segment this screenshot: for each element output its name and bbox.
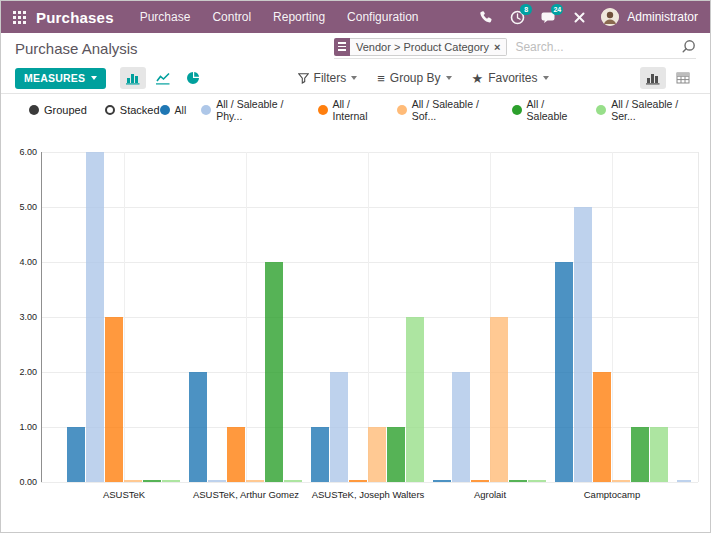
bar bbox=[406, 317, 424, 482]
plot-area bbox=[41, 152, 698, 482]
search-view: Vendor > Product Category × bbox=[334, 38, 696, 59]
measures-button[interactable]: MEASURES bbox=[15, 68, 106, 89]
chart-mode-radios: Grouped Stacked bbox=[29, 104, 160, 116]
page-title: Purchase Analysis bbox=[15, 40, 138, 57]
user-name[interactable]: Administrator bbox=[627, 10, 698, 24]
favorites-dropdown[interactable]: ★ Favorites bbox=[472, 71, 549, 85]
bar bbox=[105, 317, 123, 482]
app-window: Purchases Purchase Control Reporting Con… bbox=[0, 0, 711, 533]
bar bbox=[284, 480, 302, 482]
bar bbox=[509, 480, 527, 482]
search-options: Filters ≡ Group By ★ Favorites bbox=[298, 71, 549, 85]
bar bbox=[311, 427, 329, 482]
grouped-radio[interactable]: Grouped bbox=[29, 104, 87, 116]
legend-item[interactable]: All / Saleable bbox=[512, 98, 582, 122]
bar bbox=[349, 480, 367, 482]
stacked-radio[interactable]: Stacked bbox=[105, 104, 160, 116]
bar bbox=[189, 372, 207, 482]
legend-item[interactable]: All bbox=[160, 104, 187, 116]
menu-item-reporting[interactable]: Reporting bbox=[273, 10, 325, 24]
bar bbox=[143, 480, 161, 482]
y-axis-tick-label: 2.00 bbox=[4, 367, 37, 377]
search-input[interactable] bbox=[507, 40, 681, 54]
groupby-facet-icon bbox=[334, 38, 350, 56]
legend-dot-icon bbox=[318, 105, 328, 115]
bar bbox=[612, 480, 630, 482]
bar bbox=[368, 427, 386, 482]
main-menu: Purchase Control Reporting Configuration bbox=[140, 10, 419, 24]
chart-legend: AllAll / Saleable / Phy...All / Internal… bbox=[160, 98, 696, 122]
group-by-dropdown[interactable]: ≡ Group By bbox=[377, 71, 451, 85]
bar bbox=[162, 480, 180, 482]
bar bbox=[265, 262, 283, 482]
bar bbox=[433, 480, 451, 482]
pivot-view-button[interactable] bbox=[670, 67, 696, 89]
legend-dot-icon bbox=[201, 105, 211, 115]
y-axis-tick-label: 4.00 bbox=[4, 257, 37, 267]
chart-type-switcher bbox=[120, 67, 206, 89]
bar bbox=[574, 207, 592, 482]
x-gridline bbox=[612, 152, 613, 482]
view-toolbar: MEASURES Filters ≡ Group By ★ bbox=[1, 63, 710, 94]
bar-chart-button[interactable] bbox=[120, 67, 146, 89]
filter-funnel-icon bbox=[298, 73, 309, 84]
group-by-icon: ≡ bbox=[377, 72, 385, 85]
plot-right-edge bbox=[698, 152, 699, 482]
legend-label: All bbox=[175, 104, 187, 116]
view-switcher bbox=[640, 67, 696, 89]
x-gridline bbox=[124, 152, 125, 482]
search-facet: Vendor > Product Category × bbox=[334, 38, 507, 56]
app-brand[interactable]: Purchases bbox=[36, 9, 114, 26]
legend-item[interactable]: All / Saleable / Phy... bbox=[201, 98, 302, 122]
messages-badge: 24 bbox=[551, 4, 563, 15]
navbar-right: 8 24 Administrator bbox=[477, 8, 698, 26]
menu-item-configuration[interactable]: Configuration bbox=[347, 10, 418, 24]
legend-dot-icon bbox=[160, 105, 170, 115]
legend-item[interactable]: All / Internal bbox=[318, 98, 382, 122]
y-gridline bbox=[41, 207, 698, 208]
radio-selected-icon bbox=[29, 105, 39, 115]
bar-chart: 0.001.002.003.004.005.006.00ASUSTeKASUST… bbox=[1, 125, 710, 503]
developer-tools-icon[interactable] bbox=[570, 9, 588, 25]
facet-label: Vendor > Product Category bbox=[356, 41, 489, 53]
legend-label: All / Saleable / Ser... bbox=[611, 98, 696, 122]
legend-item[interactable]: All / Saleable / Sof... bbox=[397, 98, 497, 122]
activities-clock-icon[interactable]: 8 bbox=[508, 9, 526, 25]
line-chart-button[interactable] bbox=[150, 67, 176, 89]
activities-badge: 8 bbox=[520, 4, 532, 15]
user-avatar[interactable] bbox=[601, 8, 619, 26]
bar bbox=[490, 317, 508, 482]
bar bbox=[67, 427, 85, 482]
phone-icon[interactable] bbox=[477, 9, 495, 25]
pie-chart-button[interactable] bbox=[180, 67, 206, 89]
bar bbox=[86, 152, 104, 482]
search-icon[interactable] bbox=[681, 39, 696, 54]
legend-item[interactable]: All / Saleable / Ser... bbox=[596, 98, 696, 122]
bar bbox=[471, 480, 489, 482]
bar bbox=[124, 480, 142, 482]
y-axis-line bbox=[41, 152, 42, 482]
legend-label: All / Saleable / Phy... bbox=[216, 98, 302, 122]
bar bbox=[593, 372, 611, 482]
bar bbox=[387, 427, 405, 482]
legend-label: All / Saleable / Sof... bbox=[412, 98, 497, 122]
menu-item-control[interactable]: Control bbox=[212, 10, 251, 24]
legend-dot-icon bbox=[512, 105, 522, 115]
y-axis-tick-label: 0.00 bbox=[4, 477, 37, 487]
legend-dot-icon bbox=[397, 105, 407, 115]
chart-header: Grouped Stacked AllAll / Saleable / Phy.… bbox=[1, 94, 710, 125]
top-navbar: Purchases Purchase Control Reporting Con… bbox=[1, 1, 710, 33]
bar bbox=[208, 480, 226, 482]
star-icon: ★ bbox=[472, 72, 484, 85]
y-axis-tick-label: 5.00 bbox=[4, 202, 37, 212]
messages-chat-icon[interactable]: 24 bbox=[539, 9, 557, 25]
facet-remove-icon[interactable]: × bbox=[494, 41, 500, 53]
apps-menu-icon[interactable] bbox=[13, 11, 26, 24]
radio-unselected-icon bbox=[105, 105, 115, 115]
control-panel: Purchase Analysis Vendor > Product Categ… bbox=[1, 33, 710, 63]
bar bbox=[246, 480, 264, 482]
graph-view-button[interactable] bbox=[640, 67, 666, 89]
filters-dropdown[interactable]: Filters bbox=[298, 71, 358, 85]
x-gridline bbox=[246, 152, 247, 482]
menu-item-purchase[interactable]: Purchase bbox=[140, 10, 191, 24]
